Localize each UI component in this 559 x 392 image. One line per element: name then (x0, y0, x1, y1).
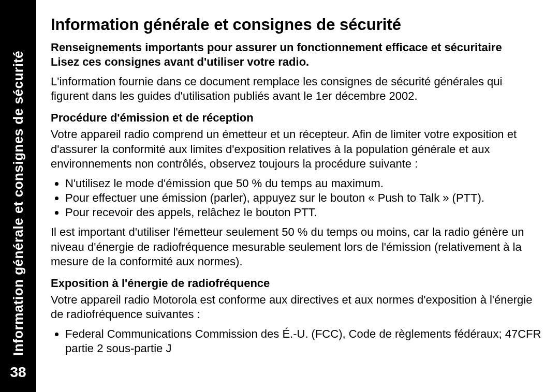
section-1-list: N'utilisez le mode d'émission que 50 % d… (51, 176, 541, 220)
section-2-list: Federal Communications Commission des É.… (51, 327, 541, 356)
side-tab-label: Information générale et consignes de séc… (10, 51, 26, 356)
intro-bold-line-2: Lisez ces consignes avant d'utiliser vot… (51, 55, 541, 69)
list-item: Pour recevoir des appels, relâchez le bo… (65, 205, 541, 220)
list-item: Federal Communications Commission des É.… (65, 327, 541, 356)
content-area: Information générale et consignes de séc… (36, 0, 559, 392)
page-container: Information générale et consignes de séc… (0, 0, 559, 392)
section-1-paragraph-2: Il est important d'utiliser l'émetteur s… (51, 225, 541, 268)
page-number: 38 (0, 364, 36, 381)
side-tab: Information générale et consignes de séc… (0, 0, 36, 392)
intro-bold-line-1: Renseignements importants pour assurer u… (51, 40, 541, 55)
section-2-heading: Exposition à l'énergie de radiofréquence (51, 276, 541, 291)
section-1-paragraph: Votre appareil radio comprend un émetteu… (51, 127, 541, 171)
intro-paragraph: L'information fournie dans ce document r… (51, 74, 541, 103)
section-2-paragraph: Votre appareil radio Motorola est confor… (51, 293, 541, 322)
list-item: N'utilisez le mode d'émission que 50 % d… (65, 176, 541, 191)
list-item: Pour effectuer une émission (parler), ap… (65, 191, 541, 205)
section-1-heading: Procédure d'émission et de réception (51, 111, 541, 125)
page-title: Information générale et consignes de séc… (51, 14, 541, 35)
